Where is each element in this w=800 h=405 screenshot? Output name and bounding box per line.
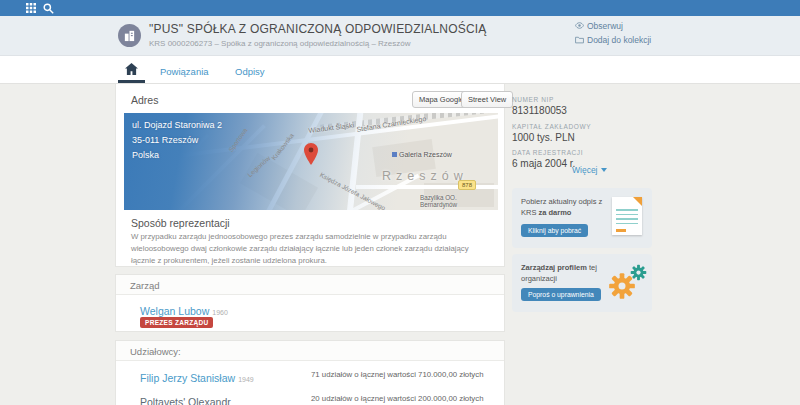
- board-member-name-link[interactable]: Welgan Lubow: [140, 305, 209, 317]
- board-member-year: 1960: [212, 309, 228, 316]
- map-address-text: ul. Dojazd Staroniwa 2 35-011 Rzeszów Po…: [132, 118, 222, 163]
- download-krs-text-bold: za darmo: [539, 208, 572, 217]
- apps-grid-icon[interactable]: [26, 3, 36, 13]
- tab-bar: Powiązania Odpisy: [0, 56, 800, 84]
- shareholder-shares: 20 udziałów o łącznej wartości 200.000,0…: [311, 394, 484, 403]
- poi-galeria-label: Galeria Rzeszów: [399, 151, 452, 158]
- registration-date-label: DATA REJESTRACJI: [512, 149, 583, 156]
- more-link[interactable]: Więcej: [572, 165, 607, 175]
- address-line-2: 35-011 Rzeszów: [132, 133, 222, 148]
- address-line-3: Polska: [132, 148, 222, 163]
- representation-text: W przypadku zarządu jednoosobowego preze…: [131, 231, 493, 267]
- street-view-button[interactable]: Street View: [461, 91, 513, 108]
- board-heading: Zarząd: [130, 280, 160, 291]
- capital-label: KAPITAŁ ZAKŁADOWY: [512, 123, 591, 130]
- download-krs-box: Pobierz aktualny odpis z KRS za darmo Kl…: [512, 188, 652, 248]
- folder-icon: [575, 35, 584, 44]
- map-pin-icon[interactable]: [304, 143, 318, 165]
- shareholder-name: Poltavets' Olexandr: [140, 396, 231, 405]
- board-card-header: Zarząd: [116, 275, 504, 295]
- nip-label: NUMER NIP: [512, 96, 554, 103]
- role-badge: PREZES ZARZĄDU: [140, 317, 213, 328]
- capital-value: 1000 tys. PLN: [512, 132, 575, 143]
- more-label: Więcej: [572, 165, 598, 175]
- address-card: Adres Mapa Google Street View ul. Dojazd…: [115, 84, 505, 267]
- manage-profile-text: Zarządzaj profilem tej organizacji: [521, 263, 603, 284]
- chevron-down-icon: [601, 168, 607, 172]
- follow-label: Obserwuj: [587, 21, 623, 31]
- representation-heading: Sposób reprezentacji: [131, 217, 230, 229]
- shareholders-card-header: Udziałowcy:: [116, 341, 504, 361]
- company-header: "PUS" SPÓŁKA Z OGRANICZONĄ ODPOWIEDZIALN…: [0, 16, 800, 56]
- poi-galeria-rzeszow[interactable]: Galeria Rzeszów: [392, 151, 452, 158]
- manage-profile-text-bold: Zarządzaj profilem: [521, 263, 587, 272]
- document-icon: [612, 197, 642, 235]
- document-text-lines: [616, 209, 638, 227]
- shareholder-year: 1949: [238, 376, 254, 383]
- city-label-rzeszow: Rzeszów: [382, 169, 468, 183]
- document-signature: [616, 229, 626, 232]
- search-icon[interactable]: [43, 3, 54, 14]
- building-icon: [123, 29, 136, 42]
- map[interactable]: ul. Dojazd Staroniwa 2 35-011 Rzeszów Po…: [124, 113, 498, 210]
- follow-eye-icon: [575, 21, 584, 30]
- poi-bazylika-line2: Bernardynów: [420, 201, 457, 208]
- poi-bazylika: Bazylika OO. Bernardynów: [420, 194, 457, 208]
- shareholder-row: Poltavets' Olexandr: [140, 392, 231, 405]
- shareholder-name-link[interactable]: Filip Jerzy Stanisław: [140, 372, 235, 384]
- follow-button[interactable]: Obserwuj: [575, 21, 623, 31]
- registration-date-value: 6 maja 2004 r.: [512, 158, 575, 169]
- route-878-badge: 878: [458, 180, 476, 190]
- add-to-collection-button[interactable]: Dodaj do kolekcji: [575, 35, 651, 45]
- board-card: Zarząd Welgan Lubow1960 PREZES ZARZĄDU: [115, 274, 505, 332]
- document-corner-fold: [633, 197, 642, 206]
- home-icon: [125, 63, 138, 75]
- company-subtitle: KRS 0000206273 – Spółka z ograniczoną od…: [149, 39, 411, 48]
- tab-connections[interactable]: Powiązania: [160, 66, 209, 77]
- address-line-1: ul. Dojazd Staroniwa 2: [132, 118, 222, 133]
- shareholders-heading: Udziałowcy:: [130, 346, 181, 357]
- organization-avatar: [118, 24, 141, 47]
- nip-value: 8131180053: [512, 105, 567, 116]
- download-krs-button[interactable]: Kliknij aby pobrać: [521, 224, 588, 237]
- shareholders-card: Udziałowcy: Filip Jerzy Stanisław1949 71…: [115, 340, 505, 405]
- poi-marker-icon: [392, 152, 397, 157]
- request-permissions-button[interactable]: Poproś o uprawnienia: [521, 288, 601, 301]
- company-title: "PUS" SPÓŁKA Z OGRANICZONĄ ODPOWIEDZIALN…: [149, 22, 487, 36]
- shareholder-shares: 71 udziałów o łącznej wartości 710.000,0…: [311, 370, 484, 379]
- download-krs-text: Pobierz aktualny odpis z KRS za darmo: [521, 197, 603, 218]
- address-heading: Adres: [131, 94, 158, 106]
- poi-bazylika-line1: Bazylika OO.: [420, 194, 457, 201]
- active-tab-indicator: [118, 80, 145, 83]
- add-to-collection-label: Dodaj do kolekcji: [587, 35, 651, 45]
- shareholder-row: Filip Jerzy Stanisław1949: [140, 368, 254, 386]
- gears-icon: [608, 264, 648, 304]
- manage-profile-box: Zarządzaj profilem tej organizacji Popro…: [512, 254, 652, 312]
- top-navigation-bar: [0, 0, 800, 16]
- tab-copies[interactable]: Odpisy: [235, 66, 265, 77]
